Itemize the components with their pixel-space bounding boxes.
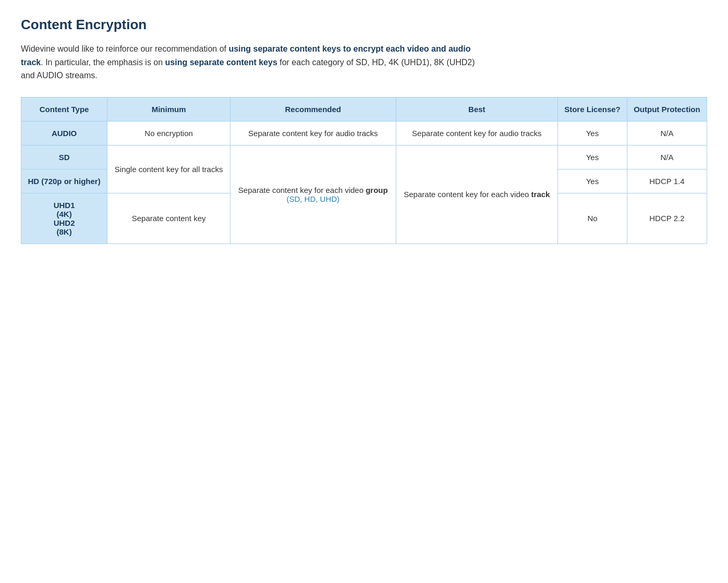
intro-paragraph: Widevine would like to reinforce our rec… <box>21 42 490 82</box>
table-row-sd: SD Single content key for all tracks Sep… <box>21 145 707 169</box>
header-recommended: Recommended <box>230 97 396 121</box>
hd-store-license: Yes <box>558 169 627 193</box>
uhd-label-line1: UHD1 <box>54 201 75 210</box>
recommended-blue: (SD, HD, UHD) <box>286 195 339 203</box>
audio-minimum: No encryption <box>107 121 230 145</box>
intro-bold-2: using separate content keys <box>165 58 277 67</box>
sd-hd-uhd-best: Separate content key for each video trac… <box>396 145 558 244</box>
header-best: Best <box>396 97 558 121</box>
header-minimum: Minimum <box>107 97 230 121</box>
uhd-label-line3: UHD2 <box>54 218 75 227</box>
hd-content-type: HD (720p or higher) <box>21 169 107 193</box>
audio-store-license: Yes <box>558 121 627 145</box>
sd-output-protection: N/A <box>627 145 707 169</box>
audio-best: Separate content key for audio tracks <box>396 121 558 145</box>
recommended-bold: group <box>366 186 388 195</box>
header-output-protection: Output Protection <box>627 97 707 121</box>
audio-output-protection: N/A <box>627 121 707 145</box>
uhd-label-line4: (8K) <box>57 227 72 236</box>
uhd-content-type: UHD1 (4K) UHD2 (8K) <box>21 193 107 244</box>
uhd-minimum: Separate content key <box>107 193 230 244</box>
best-bold: track <box>531 190 550 199</box>
audio-content-type: AUDIO <box>21 121 107 145</box>
page-title: Content Encryption <box>21 17 707 33</box>
header-store-license: Store License? <box>558 97 627 121</box>
sd-hd-uhd-recommended: Separate content key for each video grou… <box>230 145 396 244</box>
best-text-1: Separate content key for each video <box>404 190 531 199</box>
sd-content-type: SD <box>21 145 107 169</box>
sd-hd-minimum: Single content key for all tracks <box>107 145 230 193</box>
content-encryption-table: Content Type Minimum Recommended Best St… <box>21 97 707 244</box>
table-row-audio: AUDIO No encryption Separate content key… <box>21 121 707 145</box>
audio-recommended: Separate content key for audio tracks <box>230 121 396 145</box>
uhd-output-protection: HDCP 2.2 <box>627 193 707 244</box>
recommended-text-1: Separate content key for each video <box>238 186 366 195</box>
intro-text-2: . In particular, the emphasis is on <box>41 58 165 67</box>
uhd-label-line2: (4K) <box>57 210 72 218</box>
header-content-type: Content Type <box>21 97 107 121</box>
sd-store-license: Yes <box>558 145 627 169</box>
uhd-store-license: No <box>558 193 627 244</box>
hd-output-protection: HDCP 1.4 <box>627 169 707 193</box>
intro-text-1: Widevine would like to reinforce our rec… <box>21 44 228 53</box>
